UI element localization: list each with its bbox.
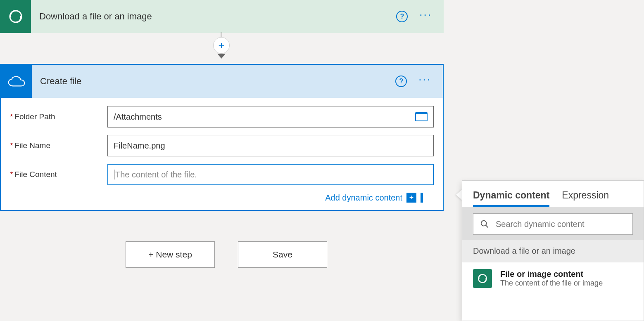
add-dynamic-plus-button[interactable]: + bbox=[406, 193, 416, 203]
dynamic-content-popup: Dynamic content Expression Download a fi… bbox=[462, 180, 644, 321]
required-indicator: * bbox=[10, 170, 13, 179]
dataverse-swirl-icon bbox=[473, 269, 492, 288]
footer-buttons: + New step Save bbox=[126, 241, 327, 268]
svg-point-0 bbox=[481, 221, 487, 226]
help-icon[interactable]: ? bbox=[396, 11, 408, 22]
field-file-name: * File Name FileName.png bbox=[10, 135, 434, 156]
required-indicator: * bbox=[10, 141, 13, 150]
popup-tabs: Dynamic content Expression bbox=[462, 181, 644, 207]
dynamic-content-item-text: File or image content The content of the… bbox=[500, 269, 603, 288]
required-indicator: * bbox=[10, 112, 13, 121]
help-icon[interactable]: ? bbox=[395, 76, 407, 87]
input-file-name[interactable]: FileName.png bbox=[107, 135, 434, 156]
popup-group-header: Download a file or an image bbox=[462, 240, 644, 262]
step-create-title: Create file bbox=[32, 76, 395, 87]
search-input[interactable] bbox=[496, 220, 626, 229]
step-create-header[interactable]: Create file ? ··· bbox=[1, 65, 443, 98]
input-folder-path[interactable]: /Attachments bbox=[107, 106, 434, 127]
label-folder-path: * Folder Path bbox=[10, 112, 107, 121]
step-download-title: Download a file or an image bbox=[31, 11, 396, 22]
new-step-button[interactable]: + New step bbox=[126, 241, 215, 268]
search-icon bbox=[480, 220, 489, 229]
collapse-handle[interactable] bbox=[421, 193, 423, 203]
step-download-file[interactable]: Download a file or an image ? ··· bbox=[0, 0, 444, 33]
field-folder-path: * Folder Path /Attachments bbox=[10, 106, 434, 127]
input-file-content[interactable]: The content of the file. bbox=[107, 164, 434, 185]
more-menu-icon[interactable]: ··· bbox=[418, 79, 431, 83]
flow-designer-canvas: Download a file or an image ? ··· + Crea… bbox=[0, 0, 644, 321]
add-dynamic-content-link[interactable]: Add dynamic content bbox=[325, 193, 402, 203]
popup-search[interactable] bbox=[473, 213, 633, 235]
svg-line-1 bbox=[486, 225, 488, 228]
dynamic-content-item[interactable]: File or image content The content of the… bbox=[462, 262, 644, 295]
field-file-content: * File Content The content of the file. bbox=[10, 164, 434, 185]
add-dynamic-content-row: Add dynamic content + bbox=[10, 193, 434, 203]
label-file-name: * File Name bbox=[10, 141, 107, 150]
onedrive-cloud-icon bbox=[1, 65, 32, 98]
tab-dynamic-content[interactable]: Dynamic content bbox=[473, 190, 549, 207]
label-file-content: * File Content bbox=[10, 170, 107, 179]
item-title: File or image content bbox=[500, 269, 603, 279]
folder-picker-icon[interactable] bbox=[415, 112, 428, 121]
step-create-body: * Folder Path /Attachments * File Name F… bbox=[1, 98, 443, 210]
tab-expression[interactable]: Expression bbox=[562, 190, 609, 207]
dataverse-swirl-icon bbox=[0, 0, 31, 33]
save-button[interactable]: Save bbox=[238, 241, 327, 268]
arrow-icon bbox=[217, 54, 226, 59]
step-create-file: Create file ? ··· * Folder Path /Attachm… bbox=[0, 64, 444, 211]
popup-search-wrap bbox=[462, 207, 644, 240]
add-step-button[interactable]: + bbox=[213, 37, 230, 54]
more-menu-icon[interactable]: ··· bbox=[419, 14, 432, 19]
item-description: The content of the file or image bbox=[500, 279, 603, 288]
text-cursor bbox=[114, 170, 114, 179]
